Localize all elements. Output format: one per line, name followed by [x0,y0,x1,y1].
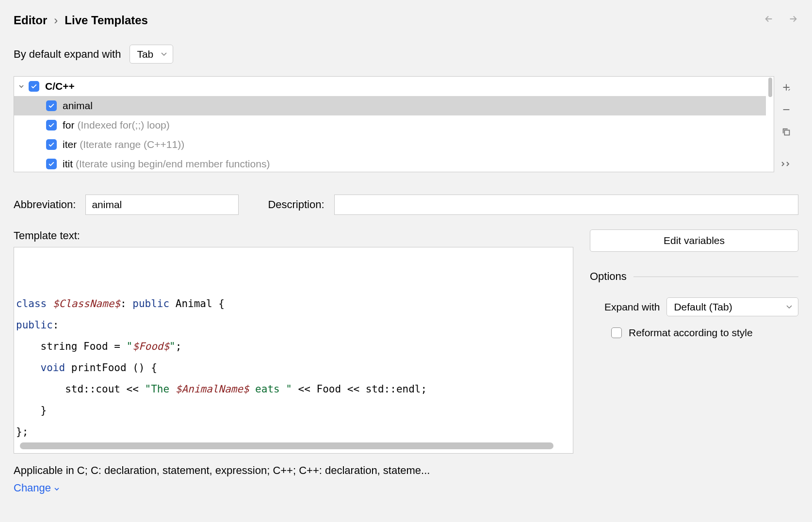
change-context-link[interactable]: Change [14,482,573,494]
item-checkbox[interactable] [46,120,57,130]
remove-template-button[interactable] [774,98,798,121]
tree-item[interactable]: itit(Iterate using begin/end member func… [14,154,774,172]
editor-horizontal-scrollbar[interactable] [20,442,553,449]
tree-item[interactable]: animal [14,96,774,115]
tree-item-desc: (Iterate range (C++11)) [80,139,184,150]
reformat-label: Reformat according to style [629,327,753,339]
group-checkbox[interactable] [29,81,39,92]
add-template-button[interactable] [774,76,798,98]
tree-group-row[interactable]: C/C++ [14,77,774,96]
expand-default-select[interactable]: Tab [130,45,173,64]
breadcrumb: Editor › Live Templates [14,14,798,27]
tree-scrollbar[interactable] [766,77,774,172]
edit-variables-button[interactable]: Edit variables [590,229,798,252]
template-tree[interactable]: C/C++ animalfor(Indexed for(;;) loop)ite… [14,76,774,172]
template-text-editor[interactable]: class $ClassName$: public Animal {public… [14,247,573,454]
tree-item[interactable]: for(Indexed for(;;) loop) [14,115,774,135]
options-divider [633,277,798,277]
expand-with-label: Expand with [604,301,660,313]
nav-back-icon[interactable] [763,14,774,24]
applicable-contexts-text: Applicable in C; C: declaration, stateme… [14,464,573,477]
abbreviation-input[interactable] [85,195,239,215]
tree-item-abbr: itit [63,158,73,170]
expand-default-label: By default expand with [14,48,121,61]
item-checkbox[interactable] [46,139,57,150]
template-text-label: Template text: [14,229,573,242]
description-input[interactable] [334,195,798,215]
reformat-checkbox[interactable] [611,327,622,338]
expand-with-select[interactable]: Default (Tab) [666,297,798,316]
tree-item[interactable]: iter(Iterate range (C++11)) [14,135,774,154]
tree-item-desc: (Iterate using begin/end member function… [76,158,270,170]
abbreviation-label: Abbreviation: [14,198,76,211]
options-header-label: Options [590,270,627,283]
tree-toolbar [774,76,798,172]
chevron-down-icon[interactable] [18,81,29,92]
svg-rect-0 [784,130,789,135]
chevron-right-icon: › [54,14,58,27]
duplicate-template-button[interactable] [774,121,798,143]
nav-forward-icon[interactable] [788,14,798,24]
expand-toolbar-icon[interactable] [781,159,792,169]
change-context-label: Change [14,482,51,494]
tree-item-abbr: iter [63,139,77,150]
description-label: Description: [268,198,324,211]
tree-group-label: C/C++ [45,81,75,92]
item-checkbox[interactable] [46,100,57,111]
breadcrumb-parent[interactable]: Editor [14,14,47,27]
tree-item-abbr: for [63,119,75,131]
breadcrumb-current: Live Templates [65,14,148,27]
tree-item-desc: (Indexed for(;;) loop) [78,119,170,131]
chevron-down-icon [54,482,60,494]
item-checkbox[interactable] [46,159,57,169]
tree-item-abbr: animal [63,100,93,112]
